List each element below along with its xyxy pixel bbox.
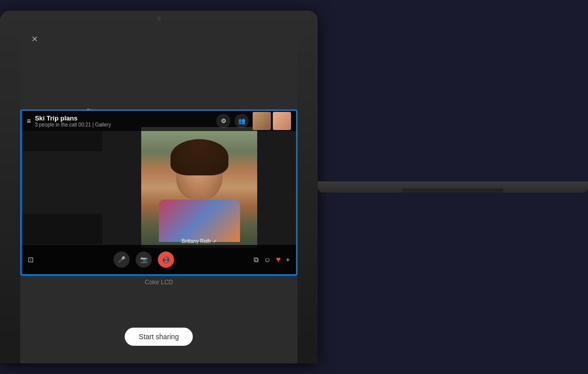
call-window-wrapper: Share screen ✓ Share screen Share applic… bbox=[20, 97, 298, 286]
avatar-2 bbox=[273, 112, 291, 130]
close-button[interactable]: ✕ bbox=[28, 33, 40, 45]
person-name: Brittany Roth bbox=[182, 238, 211, 244]
laptop-base bbox=[318, 181, 588, 193]
laptop-frame: ✕ Share screen ✓ Share screen bbox=[0, 11, 318, 363]
call-subtitle: 3 people in the call 00:21 | Gallery bbox=[35, 122, 111, 128]
person-hair bbox=[170, 139, 228, 175]
side-panel-left bbox=[22, 151, 102, 214]
person-video: Brittany Roth ✓ bbox=[141, 127, 257, 248]
react-icon[interactable]: ☺ bbox=[264, 256, 271, 264]
mic-button[interactable]: 🎤 bbox=[113, 252, 130, 268]
video-main: Brittany Roth ✓ bbox=[22, 131, 296, 244]
avatar-1 bbox=[253, 112, 271, 130]
header-right: ⚙ 👥 bbox=[216, 112, 291, 130]
person-label: Brittany Roth ✓ bbox=[182, 238, 217, 244]
laptop-screen: ✕ Share screen ✓ Share screen bbox=[20, 25, 298, 363]
avatar-row bbox=[253, 112, 291, 130]
video-center: Brittany Roth ✓ bbox=[102, 131, 296, 244]
call-title-block: Ski Trip plans 3 people in the call 00:2… bbox=[35, 114, 111, 128]
start-sharing-button[interactable]: Start sharing bbox=[125, 328, 193, 346]
call-controls: ⊡ 🎤 📷 📵 ⧉ ☺ ♥ + bbox=[22, 245, 296, 274]
call-title: Ski Trip plans bbox=[35, 114, 111, 122]
end-call-button[interactable]: 📵 bbox=[158, 252, 174, 268]
heart-icon[interactable]: ♥ bbox=[276, 255, 281, 264]
people-icon-btn[interactable]: 👥 bbox=[234, 114, 249, 128]
settings-icon-btn[interactable]: ⚙ bbox=[216, 114, 230, 128]
laptop-camera bbox=[157, 17, 161, 21]
ctrl-left: ⊡ bbox=[28, 256, 34, 264]
person-outfit bbox=[159, 200, 240, 242]
screen-content: ✕ Share screen ✓ Share screen bbox=[20, 25, 298, 363]
add-icon[interactable]: + bbox=[286, 256, 290, 264]
call-header: ≡ Ski Trip plans 3 people in the call 00… bbox=[22, 111, 296, 131]
caption-icon[interactable]: ⊡ bbox=[28, 256, 34, 264]
hamburger-icon: ≡ bbox=[27, 117, 31, 125]
ctrl-right: ⧉ ☺ ♥ + bbox=[254, 255, 290, 264]
person-silhouette bbox=[141, 127, 257, 248]
camera-button[interactable]: 📷 bbox=[136, 252, 152, 268]
window-label: Color LCD bbox=[145, 279, 173, 286]
pip-icon[interactable]: ⧉ bbox=[254, 256, 259, 264]
verified-icon: ✓ bbox=[213, 238, 217, 244]
call-window: ≡ Ski Trip plans 3 people in the call 00… bbox=[20, 109, 298, 276]
ctrl-center: 🎤 📷 📵 bbox=[40, 252, 248, 268]
